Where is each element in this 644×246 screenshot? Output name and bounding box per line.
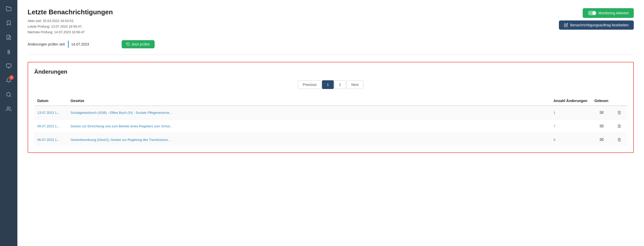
datum-link-2[interactable]: 06.07.2023 1... xyxy=(37,138,60,142)
email-icon-0[interactable]: ✉ xyxy=(600,110,604,115)
email-icon-1[interactable]: ✉ xyxy=(600,123,604,129)
sidebar-item-bookmarks[interactable] xyxy=(3,17,15,29)
delete-icon-2[interactable]: 🗑 xyxy=(617,137,622,142)
changes-title: Änderungen xyxy=(34,69,627,75)
edit-button[interactable]: Benachrichtigungsauftrag bearbeiten xyxy=(559,20,634,30)
cell-gesetz-1: Gesetz zur Einrichtung und zum Betrieb e… xyxy=(67,119,550,133)
monitoring-label: Monitoring Aktiviert xyxy=(599,11,629,15)
filter-date-input[interactable] xyxy=(68,41,119,48)
svg-line-6 xyxy=(10,96,11,97)
page-2-button[interactable]: 2 xyxy=(334,80,346,89)
page-title: Letzte Benachrichtigungen xyxy=(28,8,113,16)
col-header-delete xyxy=(612,96,627,106)
col-header-datum: Datum xyxy=(34,96,67,106)
refresh-icon xyxy=(126,42,130,46)
sidebar-item-folder[interactable] xyxy=(3,3,15,15)
table-row: 06.07.2023 1... Gewerbeordnung (GewO), G… xyxy=(34,133,627,147)
anzahl-link-1[interactable]: 7 xyxy=(554,124,555,128)
sidebar-item-document[interactable] xyxy=(3,31,15,43)
toggle-icon xyxy=(588,11,596,15)
svg-point-5 xyxy=(7,93,10,96)
meta-info: Aktiv seit: 25.03.2023 16:53:53, Letzte … xyxy=(28,18,113,35)
pagination: Previous 1 2 Next xyxy=(34,80,627,89)
table-header-row: Datum Gesetze Anzahl Änderungen Gelesen xyxy=(34,96,627,106)
meta-line3: Nächste Prüfung: 14.07.2023 16:56:47 xyxy=(28,29,113,35)
cell-gesetz-0: Sozialgesetzbuch (SGB) - Elftes Buch (XI… xyxy=(67,106,550,119)
notification-badge: 0 xyxy=(9,75,14,80)
meta-line1: Aktiv seit: 25.03.2023 16:53:53, xyxy=(28,18,113,24)
cell-gelesen-0: ✉ xyxy=(591,106,612,119)
anzahl-link-2[interactable]: 6 xyxy=(554,138,555,142)
table-row: 09.07.2023 1... Gesetz zur Einrichtung u… xyxy=(34,119,627,133)
col-header-anzahl: Anzahl Änderungen xyxy=(550,96,591,106)
divider xyxy=(28,54,634,55)
filter-row: Änderungen prüfen seit Jetzt prüfen xyxy=(28,40,634,48)
edit-icon xyxy=(564,23,568,27)
delete-icon-0[interactable]: 🗑 xyxy=(617,110,622,115)
svg-rect-2 xyxy=(6,64,11,67)
cell-gelesen-2: ✉ xyxy=(591,133,612,147)
filter-label: Änderungen prüfen seit xyxy=(28,42,65,46)
col-header-gelesen: Gelesen xyxy=(591,96,612,106)
cell-anzahl-0: 1 xyxy=(550,106,591,119)
datum-link-1[interactable]: 09.07.2023 1... xyxy=(37,124,60,128)
changes-table: Datum Gesetze Anzahl Änderungen Gelesen … xyxy=(34,96,627,146)
datum-link-0[interactable]: 13.07.2023 1... xyxy=(37,111,60,115)
cell-datum-1: 09.07.2023 1... xyxy=(34,119,67,133)
sidebar: § 0 xyxy=(0,0,17,246)
monitoring-button[interactable]: Monitoring Aktiviert xyxy=(583,8,634,18)
cell-anzahl-2: 6 xyxy=(550,133,591,147)
meta-line2: Letzte Prüfung: 13.07.2023 16:56:47, xyxy=(28,24,113,29)
next-button[interactable]: Next xyxy=(347,80,364,89)
main-content: Letzte Benachrichtigungen Aktiv seit: 25… xyxy=(17,0,644,246)
cell-datum-2: 06.07.2023 1... xyxy=(34,133,67,147)
gesetz-link-1[interactable]: Gesetz zur Einrichtung und zum Betrieb e… xyxy=(71,124,172,128)
cell-anzahl-1: 7 xyxy=(550,119,591,133)
sidebar-item-paragraph[interactable]: § xyxy=(3,46,15,58)
cell-delete-1: 🗑 xyxy=(612,119,627,133)
header-left: Letzte Benachrichtigungen Aktiv seit: 25… xyxy=(28,8,113,35)
cell-delete-2: 🗑 xyxy=(612,133,627,147)
table-row: 13.07.2023 1... Sozialgesetzbuch (SGB) -… xyxy=(34,106,627,119)
cell-datum-0: 13.07.2023 1... xyxy=(34,106,67,119)
check-button[interactable]: Jetzt prüfen xyxy=(122,40,155,48)
cell-delete-0: 🗑 xyxy=(612,106,627,119)
page-1-button[interactable]: 1 xyxy=(322,80,334,89)
anzahl-link-0[interactable]: 1 xyxy=(554,111,555,115)
cell-gelesen-1: ✉ xyxy=(591,119,612,133)
previous-button[interactable]: Previous xyxy=(298,80,321,89)
changes-section: Änderungen Previous 1 2 Next Datum Geset… xyxy=(28,62,634,153)
col-header-gesetze: Gesetze xyxy=(67,96,550,106)
header-row: Letzte Benachrichtigungen Aktiv seit: 25… xyxy=(28,8,634,35)
sidebar-item-users[interactable] xyxy=(3,103,15,115)
sidebar-item-monitor[interactable] xyxy=(3,60,15,72)
email-icon-2[interactable]: ✉ xyxy=(600,137,604,142)
edit-label: Benachrichtigungsauftrag bearbeiten xyxy=(570,23,629,27)
gesetz-link-0[interactable]: Sozialgesetzbuch (SGB) - Elftes Buch (XI… xyxy=(71,111,172,115)
cell-gesetz-2: Gewerbeordnung (GewO), Gesetz zur Regelu… xyxy=(67,133,550,147)
gesetz-link-2[interactable]: Gewerbeordnung (GewO), Gesetz zur Regelu… xyxy=(71,138,171,142)
header-right: Monitoring Aktiviert Benachrichtigungsau… xyxy=(559,8,634,30)
svg-point-7 xyxy=(7,107,9,109)
sidebar-item-bell[interactable]: 0 xyxy=(3,74,15,86)
check-label: Jetzt prüfen xyxy=(131,42,150,46)
delete-icon-1[interactable]: 🗑 xyxy=(617,124,622,129)
sidebar-item-search[interactable] xyxy=(3,88,15,101)
